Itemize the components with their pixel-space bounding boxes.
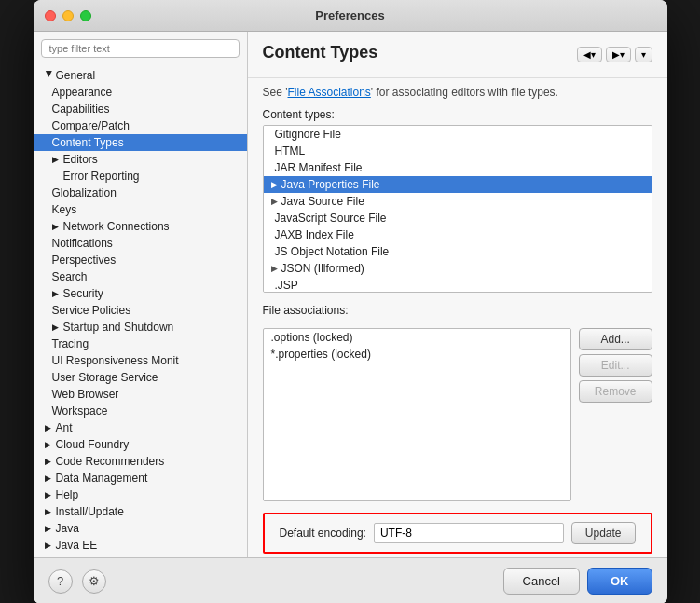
sidebar-item-globalization[interactable]: Globalization <box>34 185 247 201</box>
sidebar-item-keys[interactable]: Keys <box>34 201 247 218</box>
list-item-javascript-source[interactable]: JavaScript Source File <box>264 210 652 226</box>
list-item-jaxb-index[interactable]: JAXB Index File <box>264 226 652 243</box>
list-item-json-illformed[interactable]: ▶ JSON (Illformed) <box>264 260 652 277</box>
sidebar-item-startup-shutdown[interactable]: ▶ Startup and Shutdown <box>34 319 247 336</box>
window-title: Preferences <box>315 8 384 22</box>
sidebar-item-user-storage[interactable]: User Storage Service <box>34 369 247 386</box>
encoding-label: Default encoding: <box>280 527 366 540</box>
sidebar-item-java-ee[interactable]: ▶ Java EE <box>34 537 247 554</box>
sidebar-item-security[interactable]: ▶ Security <box>34 285 247 302</box>
panel-header: Content Types ◀▾ ▶▾ ▾ <box>248 32 667 78</box>
sidebar-item-help[interactable]: ▶ Help <box>34 487 247 503</box>
expand-arrow-data: ▶ <box>45 473 54 483</box>
maximize-button[interactable] <box>80 10 91 21</box>
list-item-java-source[interactable]: ▶ Java Source File <box>264 193 652 210</box>
bottom-bar: ? ⚙ Cancel OK <box>34 557 667 603</box>
sidebar-item-editors[interactable]: ▶ Editors <box>34 151 247 168</box>
list-item-html[interactable]: HTML <box>264 143 652 159</box>
panel-description: See 'File Associations' for associating … <box>248 78 667 104</box>
sidebar-item-workspace[interactable]: Workspace <box>34 403 247 419</box>
sidebar-item-ui-responsiveness[interactable]: UI Responsiveness Monit <box>34 352 247 369</box>
search-input[interactable] <box>41 39 240 58</box>
help-icon-button[interactable]: ? <box>48 569 73 594</box>
sidebar: ▶ General Appearance Capabilities Compar… <box>34 32 248 557</box>
list-item-jar-manifest[interactable]: JAR Manifest File <box>264 159 652 176</box>
remove-button[interactable]: Remove <box>579 380 652 403</box>
file-assoc-item-properties[interactable]: *.properties (locked) <box>264 346 570 363</box>
list-item-gitignore[interactable]: Gitignore File <box>264 126 652 143</box>
list-item-jsp[interactable]: .JSP <box>264 277 652 293</box>
expand-arrow-ant: ▶ <box>45 423 54 432</box>
sidebar-item-capabilities[interactable]: Capabilities <box>34 101 247 117</box>
nav-back-button[interactable]: ◀▾ <box>577 47 602 62</box>
sidebar-item-cloud-foundry[interactable]: ▶ Cloud Foundry <box>34 436 247 453</box>
edit-button[interactable]: Edit... <box>579 354 652 377</box>
file-assoc-item-options[interactable]: .options (locked) <box>264 329 570 346</box>
expand-arrow-code: ▶ <box>45 457 54 466</box>
sidebar-item-appearance[interactable]: Appearance <box>34 84 247 101</box>
panel-title: Content Types <box>263 43 378 62</box>
list-item-java-properties[interactable]: ▶ Java Properties File <box>264 176 652 193</box>
sidebar-item-search[interactable]: Search <box>34 268 247 285</box>
encoding-section: Default encoding: Update <box>263 513 652 554</box>
expand-arrow-editors: ▶ <box>52 155 62 164</box>
file-assoc-list[interactable]: .options (locked) *.properties (locked) <box>263 328 571 501</box>
sidebar-item-content-types[interactable]: Content Types <box>34 134 247 151</box>
bottom-right: Cancel OK <box>503 568 652 595</box>
update-button[interactable]: Update <box>571 522 636 544</box>
main-panel: Content Types ◀▾ ▶▾ ▾ See 'File Associat… <box>248 32 667 557</box>
minimize-button[interactable] <box>62 10 74 21</box>
content-types-list[interactable]: Gitignore File HTML JAR Manifest File ▶ … <box>263 125 652 293</box>
file-assoc-label: File associations: <box>248 300 667 321</box>
sidebar-item-network-connections[interactable]: ▶ Network Connections <box>34 218 247 235</box>
file-assoc-buttons: Add... Edit... Remove <box>579 328 652 501</box>
sidebar-item-java[interactable]: ▶ Java <box>34 520 247 537</box>
settings-icon-button[interactable]: ⚙ <box>82 569 106 594</box>
sidebar-item-install-update[interactable]: ▶ Install/Update <box>34 503 247 520</box>
expand-arrow-general: ▶ <box>45 71 54 80</box>
sidebar-item-code-recommenders[interactable]: ▶ Code Recommenders <box>34 453 247 470</box>
sidebar-item-web-browser[interactable]: Web Browser <box>34 386 247 403</box>
expand-arrow-java-ee: ▶ <box>45 541 54 550</box>
encoding-input[interactable] <box>374 523 564 543</box>
close-button[interactable] <box>45 10 56 21</box>
cancel-button[interactable]: Cancel <box>503 568 580 595</box>
add-button[interactable]: Add... <box>579 328 652 350</box>
expand-arrow-java: ▶ <box>45 524 54 533</box>
file-assoc-section: .options (locked) *.properties (locked) … <box>263 328 652 501</box>
sidebar-item-tracing[interactable]: Tracing <box>34 336 247 352</box>
sidebar-item-perspectives[interactable]: Perspectives <box>34 252 247 268</box>
sidebar-item-error-reporting[interactable]: Error Reporting <box>34 168 247 185</box>
search-box[interactable] <box>41 39 240 58</box>
expand-arrow-network: ▶ <box>52 222 62 231</box>
sidebar-item-compare-patch[interactable]: Compare/Patch <box>34 117 247 134</box>
sidebar-item-notifications[interactable]: Notifications <box>34 235 247 252</box>
expand-arrow-startup: ▶ <box>52 322 62 332</box>
sidebar-item-data-management[interactable]: ▶ Data Management <box>34 470 247 487</box>
file-associations-link[interactable]: File Associations <box>287 86 370 99</box>
nav-menu-button[interactable]: ▾ <box>635 47 652 62</box>
sidebar-item-general[interactable]: ▶ General <box>34 67 247 84</box>
sidebar-item-ant[interactable]: ▶ Ant <box>34 419 247 436</box>
ok-button[interactable]: OK <box>587 568 652 595</box>
list-item-js-object-notation[interactable]: JS Object Notation File <box>264 243 652 260</box>
expand-arrow-security: ▶ <box>52 289 62 298</box>
expand-arrow-cloud: ▶ <box>45 440 54 449</box>
traffic-lights <box>45 10 91 21</box>
content-types-label: Content types: <box>248 104 667 125</box>
bottom-left: ? ⚙ <box>48 569 106 594</box>
expand-arrow-help: ▶ <box>45 490 54 500</box>
nav-forward-button[interactable]: ▶▾ <box>606 47 631 62</box>
tree: ▶ General Appearance Capabilities Compar… <box>34 63 247 557</box>
titlebar: Preferences <box>34 0 667 32</box>
sidebar-item-service-policies[interactable]: Service Policies <box>34 302 247 319</box>
expand-arrow-install: ▶ <box>45 507 54 516</box>
